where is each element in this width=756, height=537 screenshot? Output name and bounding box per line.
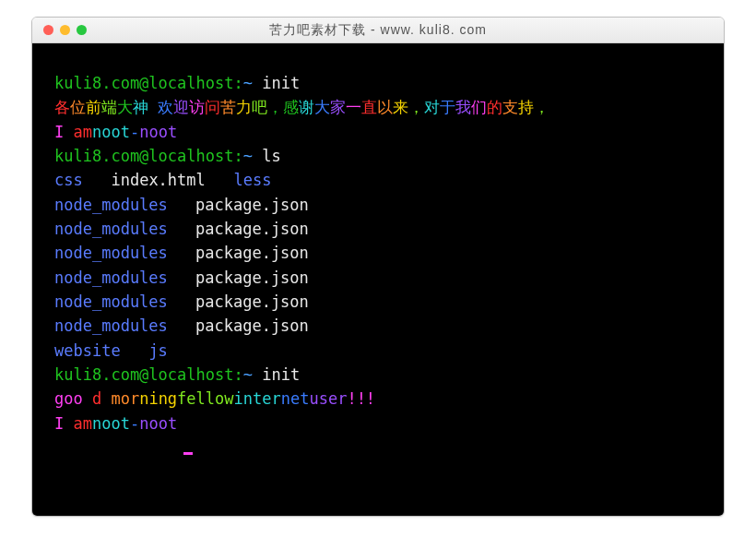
close-icon[interactable] <box>43 25 53 35</box>
cursor-line <box>54 436 702 459</box>
ls-item: node_modules <box>54 290 179 314</box>
terminal-body[interactable]: kuli8.com@localhost:~ init各位前端大神 欢迎访问苦力吧… <box>32 43 724 516</box>
output-line: goo d morningfellowinternetuser!!! <box>54 387 702 411</box>
prompt-user: kuli8.com@localhost: <box>54 365 243 384</box>
prompt-line: kuli8.com@localhost:~ init <box>54 71 702 95</box>
minimize-icon[interactable] <box>60 25 70 35</box>
prompt-path: ~ <box>243 365 262 384</box>
ls-item: package.json <box>195 193 309 217</box>
window-title: 苦力吧素材下载 - www. kuli8. com <box>32 22 724 39</box>
ls-row: node_modulespackage.json <box>54 314 702 338</box>
ls-row: node_modulespackage.json <box>54 241 702 265</box>
ls-item: package.json <box>195 290 309 314</box>
ls-item: node_modules <box>54 314 179 338</box>
traffic-lights <box>32 25 87 35</box>
ls-item: website <box>54 341 121 360</box>
maximize-icon[interactable] <box>77 25 87 35</box>
ls-item: css <box>54 171 83 189</box>
titlebar: 苦力吧素材下载 - www. kuli8. com <box>32 18 724 43</box>
ls-output: website js <box>54 339 702 363</box>
output-line: 各位前端大神 欢迎访问苦力吧，感谢大家一直以来，对于我们的支持， <box>54 95 702 119</box>
ls-item: node_modules <box>54 266 179 290</box>
command-text: ls <box>262 147 280 165</box>
ls-row: node_modulespackage.json <box>54 193 702 217</box>
cursor <box>183 452 193 455</box>
ls-item: js <box>148 341 167 360</box>
ls-item: node_modules <box>54 217 179 241</box>
ls-item: package.json <box>195 241 309 265</box>
command-text: init <box>262 74 300 92</box>
ls-rows: node_modulespackage.jsonnode_modulespack… <box>54 193 702 339</box>
output-line: I amnoot-noot <box>54 412 702 436</box>
prompt-line: kuli8.com@localhost:~ ls <box>54 144 702 168</box>
ls-row: node_modulespackage.json <box>54 290 702 314</box>
prompt-path: ~ <box>243 74 262 92</box>
output-line: I amnoot-noot <box>54 120 702 144</box>
ls-item: node_modules <box>54 241 179 265</box>
terminal-window: 苦力吧素材下载 - www. kuli8. com kuli8.com@loca… <box>31 17 725 517</box>
ls-row: node_modulespackage.json <box>54 217 702 241</box>
ls-item: package.json <box>195 217 309 241</box>
ls-item: package.json <box>195 314 309 338</box>
prompt-path: ~ <box>243 147 262 165</box>
ls-item: index.html <box>111 171 205 189</box>
ls-output: css index.html less <box>54 168 702 192</box>
prompt-user: kuli8.com@localhost: <box>54 74 243 92</box>
ls-item: package.json <box>195 266 309 290</box>
command-text: init <box>262 365 300 384</box>
prompt-user: kuli8.com@localhost: <box>54 147 243 165</box>
ls-item: less <box>234 171 272 189</box>
prompt-line: kuli8.com@localhost:~ init <box>54 363 702 387</box>
ls-row: node_modulespackage.json <box>54 266 702 290</box>
ls-item: node_modules <box>54 193 179 217</box>
